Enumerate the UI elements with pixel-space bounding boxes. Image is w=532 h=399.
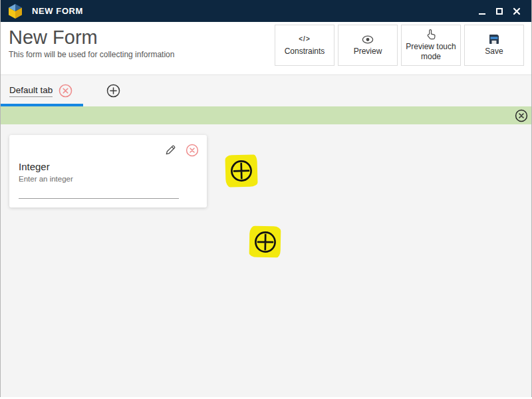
preview-touch-mode-button[interactable]: Preview touch mode	[401, 25, 461, 66]
save-icon	[489, 34, 499, 45]
card-actions	[164, 144, 199, 157]
preview-button[interactable]: Preview	[338, 25, 398, 66]
edit-field-icon[interactable]	[164, 144, 177, 157]
constraints-button-label: Constraints	[285, 47, 325, 57]
close-row-icon[interactable]	[515, 109, 528, 122]
titlebar: NEW FORM	[1, 0, 531, 22]
save-button[interactable]: Save	[464, 25, 524, 66]
eye-icon	[362, 34, 374, 45]
tab-default-tab[interactable]: Default tab	[9, 84, 72, 98]
field-input-line	[19, 198, 179, 199]
add-tab-icon[interactable]	[106, 84, 120, 98]
app-window: NEW FORM New Form This form will be used…	[0, 0, 532, 397]
field-card-integer: Integer Enter an integer	[9, 135, 207, 207]
field-hint: Enter an integer	[19, 175, 73, 183]
delete-tab-icon[interactable]	[59, 84, 72, 98]
minimize-icon[interactable]	[477, 6, 487, 17]
header-buttons: </> Constraints Preview	[275, 22, 531, 74]
app-logo-icon	[7, 3, 23, 19]
page-title: New Form	[9, 27, 174, 49]
form-canvas: Integer Enter an integer	[1, 124, 531, 397]
constraints-button[interactable]: </> Constraints	[275, 25, 334, 66]
touch-icon	[426, 29, 436, 40]
row-highlight-banner	[1, 106, 531, 124]
close-icon[interactable]	[511, 6, 522, 17]
delete-field-icon[interactable]	[186, 144, 199, 157]
tabbar: Default tab	[1, 75, 531, 106]
maximize-icon[interactable]	[494, 6, 505, 17]
window-controls	[477, 6, 525, 17]
page-subtitle: This form will be used for collecting in…	[9, 50, 174, 59]
code-icon: </>	[299, 34, 310, 45]
tab-label[interactable]: Default tab	[9, 85, 53, 97]
field-title: Integer	[19, 161, 50, 172]
add-element-button-1[interactable]	[225, 154, 257, 187]
preview-button-label: Preview	[354, 47, 382, 57]
plus-circle-icon	[229, 158, 255, 184]
add-element-button-2[interactable]	[249, 226, 281, 258]
active-tab-indicator	[1, 104, 83, 106]
plus-circle-icon	[252, 229, 278, 255]
header: New Form This form will be used for coll…	[1, 22, 531, 75]
window-title: NEW FORM	[32, 6, 83, 16]
header-text: New Form This form will be used for coll…	[1, 22, 174, 74]
preview-touch-mode-button-label: Preview touch mode	[402, 42, 460, 62]
save-button-label: Save	[485, 47, 503, 57]
